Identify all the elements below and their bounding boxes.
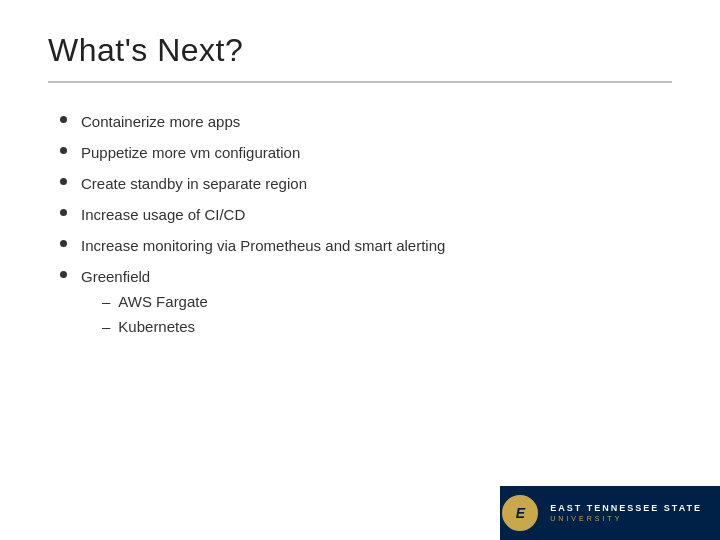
slide-title: What's Next?: [48, 32, 672, 69]
list-item-text: Containerize more apps: [81, 113, 240, 130]
bullet-dot: [60, 116, 67, 123]
sub-dash: –: [102, 291, 110, 312]
bullet-list: Containerize more appsPuppetize more vm …: [60, 111, 660, 341]
list-item-text: Puppetize more vm configuration: [81, 144, 300, 161]
list-item: Puppetize more vm configuration: [60, 142, 660, 163]
list-item: Greenfield–AWS Fargate–Kubernetes: [60, 266, 660, 341]
list-item-text: Create standby in separate region: [81, 175, 307, 192]
footer-banner: E EAST TENNESSEE STATE UNIVERSITY: [500, 486, 720, 540]
university-line1: EAST TENNESSEE STATE: [550, 503, 702, 515]
list-item-text: Greenfield: [81, 268, 150, 285]
slide: What's Next? Containerize more appsPuppe…: [0, 0, 720, 540]
bullet-dot: [60, 240, 67, 247]
sub-list: –AWS Fargate–Kubernetes: [102, 291, 208, 337]
sub-list-item-text: AWS Fargate: [118, 291, 207, 312]
list-item: Increase monitoring via Prometheus and s…: [60, 235, 660, 256]
list-item: Create standby in separate region: [60, 173, 660, 194]
bullet-dot: [60, 271, 67, 278]
list-item-text: Increase monitoring via Prometheus and s…: [81, 237, 445, 254]
bullet-dot: [60, 147, 67, 154]
bullet-dot: [60, 209, 67, 216]
logo-letter: E: [516, 505, 525, 521]
list-item: Increase usage of CI/CD: [60, 204, 660, 225]
sub-list-item: –AWS Fargate: [102, 291, 208, 312]
university-name: EAST TENNESSEE STATE UNIVERSITY: [550, 503, 702, 524]
list-item-text: Increase usage of CI/CD: [81, 206, 245, 223]
bullet-dot: [60, 178, 67, 185]
university-line2: UNIVERSITY: [550, 514, 622, 523]
sub-list-item: –Kubernetes: [102, 316, 208, 337]
slide-content: Containerize more appsPuppetize more vm …: [0, 83, 720, 540]
slide-header: What's Next?: [0, 0, 720, 81]
etsu-logo: E: [502, 495, 538, 531]
list-item: Containerize more apps: [60, 111, 660, 132]
sub-dash: –: [102, 316, 110, 337]
sub-list-item-text: Kubernetes: [118, 316, 195, 337]
